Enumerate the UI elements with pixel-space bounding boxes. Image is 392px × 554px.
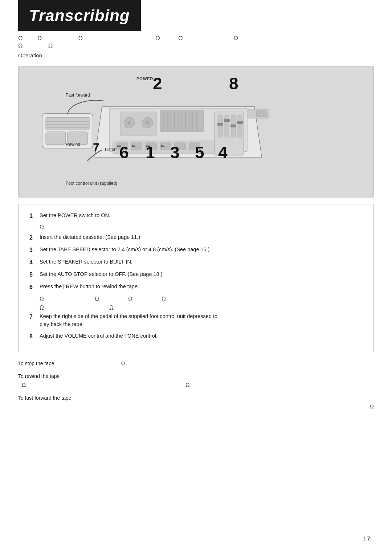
hp-sym-1: Ω	[18, 35, 23, 42]
step-3-text: Set the TAPE SPEED selector to 2.4 (cm/s…	[40, 246, 363, 254]
svg-text:⇐: ⇐	[160, 143, 165, 149]
hp-sym-7: Ω	[18, 42, 23, 50]
hp-ff-1: Ω	[370, 403, 374, 411]
note-rewind-hp-row: Ω Ω	[18, 380, 374, 389]
step-1-text: Set the POWER switch to ON.	[40, 212, 363, 220]
hp-s6-4: Ω	[162, 296, 166, 302]
hp-rew-1: Ω	[22, 381, 26, 389]
svg-point-24	[127, 121, 131, 125]
svg-rect-27	[218, 115, 222, 137]
svg-rect-47	[256, 111, 267, 117]
svg-rect-31	[217, 123, 223, 126]
main-content: POWER 2 8 Fast forward	[0, 66, 392, 411]
note-rewind-label: To rewind the tape	[18, 373, 60, 379]
diag-num-1: 1	[146, 143, 155, 162]
svg-rect-30	[238, 115, 242, 137]
step-2-text: Insert the dictated cassette. (See page …	[40, 233, 363, 241]
headphone-row-2: Ω Ω	[0, 42, 392, 52]
note-fastfwd: To fast forward the tape Ω	[18, 394, 374, 411]
note-stop: To stop the tape Ω	[18, 359, 374, 368]
hp-sym-5: Ω	[178, 35, 183, 42]
hp-sym-4: Ω	[155, 35, 160, 42]
notes-section: To stop the tape Ω To rewind the tape Ω …	[18, 359, 374, 411]
step-8-text: Adjust the VOLUME control and the TONE c…	[40, 332, 363, 340]
step-8: 8 Adjust the VOLUME control and the TONE…	[29, 332, 363, 341]
note-fastfwd-label: To fast forward the tape	[18, 395, 71, 401]
instructions-box: 1 Set the POWER switch to ON. Ω 2 Insert…	[18, 204, 374, 352]
hp-s6-2: Ω	[95, 296, 99, 302]
diagram-inner: POWER 2 8 Fast forward	[29, 74, 363, 190]
svg-rect-2	[46, 132, 66, 144]
step-7-text: Keep the right side of the pedal of the …	[40, 313, 363, 329]
step-1: 1 Set the POWER switch to ON.	[29, 212, 363, 220]
foot-control-label: Foot control unit (supplied)	[66, 181, 117, 186]
step-3: 3 Set the TAPE SPEED selector to 2.4 (cm…	[29, 246, 363, 254]
diag-num-7: 7	[93, 141, 99, 154]
hp-s6-1: Ω	[40, 296, 44, 302]
page-title: Transcribing	[29, 7, 130, 25]
step-4-text: Set the SPEAKER selector to BUILT-IN.	[40, 258, 363, 266]
diag-num-6: 6	[119, 143, 129, 162]
note-fastfwd-hp-row: Ω	[18, 402, 374, 411]
step-6: 6 Press the j REW button to rewind the t…	[29, 283, 363, 292]
note-stop-hp: Ω	[121, 360, 125, 366]
hp-s6-6: Ω	[109, 305, 114, 311]
hp-sym-6: Ω	[234, 35, 238, 42]
title-bar: Transcribing	[0, 0, 392, 31]
step-5: 5 Set the AUTO STOP selector to OFF. (Se…	[29, 270, 363, 279]
step-6-text: Press the j REW button to rewind the tap…	[40, 283, 363, 291]
hp-s6-5: Ω	[40, 305, 44, 311]
rewind-label: Rewind	[66, 142, 80, 147]
page-title-background: Transcribing	[18, 0, 141, 31]
svg-rect-34	[237, 121, 243, 124]
note-rewind: To rewind the tape Ω Ω	[18, 372, 374, 389]
step-2: 2 Insert the dictated cassette. (See pag…	[29, 233, 363, 242]
hp-s6-3: Ω	[128, 296, 132, 302]
step-7: 7 Keep the right side of the pedal of th…	[29, 313, 363, 329]
svg-text:⇐: ⇐	[131, 143, 136, 149]
svg-rect-32	[224, 119, 230, 122]
diag-num-3: 3	[170, 143, 180, 162]
section-label: Operation	[18, 52, 42, 58]
svg-rect-28	[225, 115, 229, 137]
hp-rew-2: Ω	[185, 381, 189, 389]
step-5-text: Set the AUTO STOP selector to OFF. (See …	[40, 270, 363, 278]
listen-label: Listen	[105, 147, 117, 152]
diag-num-4: 4	[218, 143, 228, 162]
page-number: 17	[363, 535, 370, 543]
step1-hp: Ω	[29, 224, 363, 231]
hp-sym-8: Ω	[48, 42, 53, 50]
diagram-box: POWER 2 8 Fast forward	[18, 66, 374, 197]
step6-hp-row2: Ω Ω	[29, 305, 363, 313]
step6-hp-row: Ω Ω Ω Ω	[29, 295, 363, 305]
svg-point-25	[146, 121, 149, 125]
note-stop-label: To stop the tape	[18, 360, 54, 366]
step-4: 4 Set the SPEAKER selector to BUILT-IN.	[29, 258, 363, 267]
diag-num-5: 5	[195, 143, 204, 162]
hp-sym-2: Ω	[37, 35, 42, 42]
hp-sym-3: Ω	[78, 35, 83, 42]
headphone-row-1: Ω Ω Ω Ω Ω Ω	[0, 31, 392, 42]
section-header: Operation	[0, 52, 392, 60]
svg-rect-33	[230, 125, 236, 127]
